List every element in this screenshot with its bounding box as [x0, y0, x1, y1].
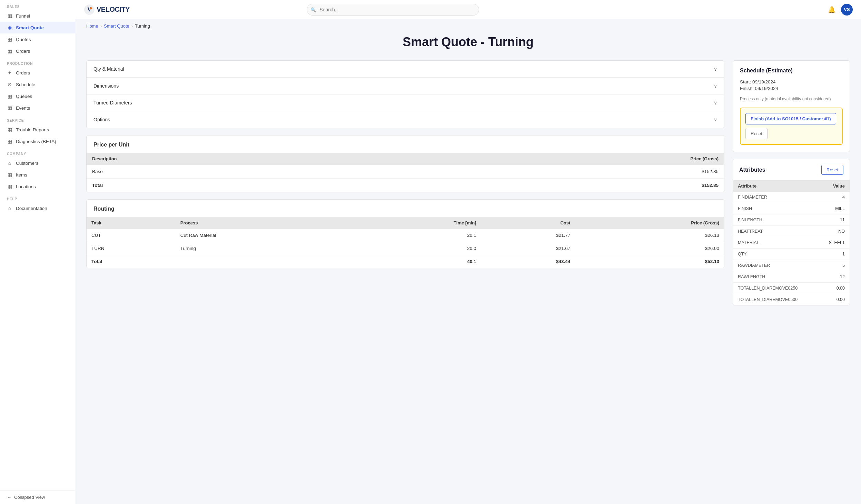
help-section-label: HELP: [0, 192, 75, 202]
avatar[interactable]: VS: [841, 4, 853, 16]
finish-reset-button[interactable]: Reset: [745, 128, 768, 139]
attr-name: MATERIAL: [733, 237, 818, 249]
price-col-description: Description: [87, 153, 390, 165]
attr-row: FINISHMILL: [733, 203, 850, 214]
sidebar-item-locations[interactable]: ▦ Locations: [0, 181, 75, 192]
finish-button[interactable]: Finish (Add to SO1015 / Customer #1): [745, 113, 836, 124]
sidebar-item-funnel[interactable]: ▦ Funnel: [0, 10, 75, 22]
routing-total-price: $52.13: [575, 255, 724, 268]
accordion-header-turned-diameters[interactable]: Turned Diameters ∨: [87, 94, 724, 111]
schedule-start: Start: 09/19/2024: [740, 79, 843, 84]
attr-name: FINDIAMETER: [733, 192, 818, 203]
content-scroll: Home › Smart Quote › Turning Smart Quote…: [75, 19, 861, 504]
main-col: Qty & Material ∨ Dimensions ∨: [86, 60, 724, 305]
routing-turn-process: Turning: [176, 242, 354, 255]
sidebar-label-smart-quote: Smart Quote: [16, 25, 44, 30]
sidebar-item-smart-quote[interactable]: ◈ Smart Quote: [0, 22, 75, 33]
price-row-base: Base $152.85: [87, 165, 724, 179]
sidebar-item-orders[interactable]: ▦ Orders: [0, 45, 75, 57]
sidebar-item-events[interactable]: ▦ Events: [0, 102, 75, 114]
routing-turn-task: TURN: [87, 242, 176, 255]
smart-quote-icon: ◈: [7, 25, 12, 30]
main-area: V VELOCITY 🔍 🔔 VS Home › Smart Quote ›: [75, 0, 861, 504]
topnav: V VELOCITY 🔍 🔔 VS: [75, 0, 861, 19]
page-title: Smart Quote - Turning: [86, 35, 850, 49]
orders-icon: ▦: [7, 48, 12, 54]
company-section-label: COMPANY: [0, 147, 75, 157]
sidebar-item-diagnostics[interactable]: ▦ Diagnostics (BETA): [0, 135, 75, 147]
sidebar-label-funnel: Funnel: [16, 13, 30, 19]
sidebar-label-prod-orders: Orders: [16, 70, 30, 75]
attr-name: RAWDIAMETER: [733, 260, 818, 271]
chevron-qty-icon: ∨: [714, 66, 717, 72]
attr-value: 5: [818, 260, 850, 271]
attributes-title: Attributes: [739, 167, 765, 173]
sidebar-label-diagnostics: Diagnostics (BETA): [16, 139, 56, 144]
notification-bell-icon[interactable]: 🔔: [828, 6, 835, 13]
sidebar-item-documentation[interactable]: ⌂ Documentation: [0, 202, 75, 214]
price-base-value: $152.85: [390, 165, 724, 179]
sidebar-item-customers[interactable]: ⌂ Customers: [0, 157, 75, 169]
attr-name: FINLENGTH: [733, 214, 818, 226]
sidebar-label-orders: Orders: [16, 49, 30, 54]
attr-name: HEATTREAT: [733, 226, 818, 237]
accordion-label-options: Options: [93, 117, 110, 122]
sidebar-label-items: Items: [16, 172, 27, 178]
attributes-reset-button[interactable]: Reset: [821, 165, 843, 175]
accordion-header-options[interactable]: Options ∨: [87, 111, 724, 128]
price-table: Description Price (Gross) Base $152.85: [87, 153, 724, 192]
sidebar-item-quotes[interactable]: ▦ Quotes: [0, 33, 75, 45]
customers-icon: ⌂: [7, 160, 12, 166]
attributes-header: Attributes Reset: [733, 159, 850, 180]
attr-name: TOTALLEN_DIAREMOVE0500: [733, 294, 818, 305]
collapsed-view-button[interactable]: ← Collapsed View: [0, 490, 75, 504]
breadcrumb-sep-1: ›: [100, 23, 102, 29]
sidebar-item-schedule[interactable]: ⊙ Schedule: [0, 79, 75, 90]
routing-row-turn: TURN Turning 20.0 $21.67 $26.00: [87, 242, 724, 255]
sidebar-item-items[interactable]: ▦ Items: [0, 169, 75, 181]
search-input[interactable]: [307, 4, 479, 16]
sidebar-label-trouble-reports: Trouble Reports: [16, 127, 49, 132]
sidebar-item-trouble-reports[interactable]: ▦ Trouble Reports: [0, 124, 75, 135]
routing-turn-time: 20.0: [354, 242, 481, 255]
attr-value: MILL: [818, 203, 850, 214]
routing-table: Task Process Time [min] Cost Price (Gros…: [87, 217, 724, 268]
routing-card: Routing Task Process Time [min] Cost Pri…: [86, 199, 724, 268]
accordion-header-dimensions[interactable]: Dimensions ∨: [87, 78, 724, 94]
breadcrumb-home[interactable]: Home: [86, 23, 98, 29]
chevron-options-icon: ∨: [714, 117, 717, 122]
accordion-header-qty[interactable]: Qty & Material ∨: [87, 61, 724, 77]
sidebar-item-prod-orders[interactable]: ✦ Orders: [0, 67, 75, 79]
content-inner: Qty & Material ∨ Dimensions ∨: [75, 52, 861, 314]
accordion-label-qty: Qty & Material: [93, 66, 124, 72]
sales-section-label: SALES: [0, 0, 75, 10]
attr-value: 0.00: [818, 283, 850, 294]
logo-icon: V: [83, 4, 95, 16]
sidebar-label-queues: Queues: [16, 94, 32, 99]
routing-col-price: Price (Gross): [575, 217, 724, 229]
accordion-item-qty: Qty & Material ∨: [87, 61, 724, 78]
attr-name: TOTALLEN_DIAREMOVE0250: [733, 283, 818, 294]
price-total-label: Total: [87, 179, 390, 192]
price-card: Price per Unit Description Price (Gross): [86, 135, 724, 192]
funnel-icon: ▦: [7, 13, 12, 19]
breadcrumb-sep-2: ›: [131, 23, 133, 29]
sidebar-label-quotes: Quotes: [16, 37, 31, 42]
locations-icon: ▦: [7, 184, 12, 189]
schedule-finish: Finish: 09/19/2024: [740, 86, 843, 91]
schedule-note: Process only (material availability not …: [740, 96, 843, 102]
logo-text: VELOCITY: [97, 6, 130, 13]
routing-row-cut: CUT Cut Raw Material 20.1 $21.77 $26.13: [87, 229, 724, 242]
schedule-card: Schedule (Estimate) Start: 09/19/2024 Fi…: [733, 60, 850, 152]
sidebar-item-queues[interactable]: ▦ Queues: [0, 90, 75, 102]
page-title-wrap: Smart Quote - Turning: [75, 29, 861, 52]
accordion-item-options: Options ∨: [87, 111, 724, 128]
routing-total-time: 40.1: [354, 255, 481, 268]
attr-name: QTY: [733, 249, 818, 260]
accordion-label-turned-diameters: Turned Diameters: [93, 100, 132, 105]
events-icon: ▦: [7, 105, 12, 111]
breadcrumb-smart-quote[interactable]: Smart Quote: [104, 23, 129, 29]
attr-row: RAWDIAMETER5: [733, 260, 850, 271]
production-section-label: PRODUCTION: [0, 57, 75, 67]
routing-col-cost: Cost: [481, 217, 575, 229]
